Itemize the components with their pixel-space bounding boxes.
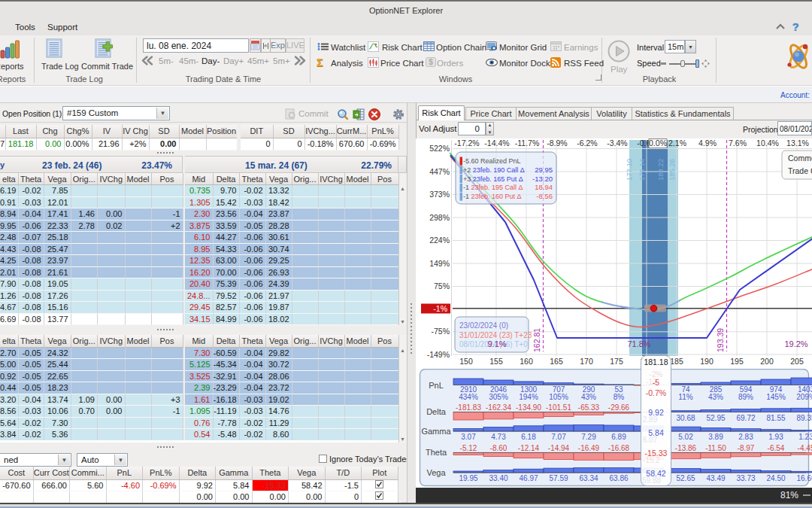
svg-text:23/02/2024 (0): 23/02/2024 (0) [459, 321, 508, 330]
svg-text:$: $ [429, 58, 433, 66]
svg-text:185.26: 185.26 [668, 159, 676, 181]
svg-text:2.1%: 2.1% [668, 138, 686, 148]
svg-text:5.02: 5.02 [678, 433, 693, 441]
svg-text:-162.34: -162.34 [486, 403, 511, 412]
svg-text:175: 175 [610, 357, 623, 366]
svg-text:-3.4%: -3.4% [607, 138, 627, 148]
svg-text:-101.51: -101.51 [546, 403, 571, 412]
svg-text:179.14: 179.14 [638, 159, 646, 181]
svg-text:-14.4%: -14.4% [484, 138, 509, 148]
svg-text:7.07: 7.07 [551, 433, 566, 441]
svg-text:298%: 298% [429, 213, 450, 222]
svg-text:-8.97: -8.97 [738, 444, 755, 452]
svg-text:89%: 89% [738, 393, 753, 401]
svg-text:6.89: 6.89 [611, 433, 626, 441]
svg-text:9.1%: 9.1% [487, 339, 506, 348]
svg-text:10.4%: 10.4% [756, 138, 779, 148]
svg-text:3.07: 3.07 [461, 433, 476, 441]
svg-text:Trade O: Trade O [788, 166, 812, 175]
svg-text:-13.86: -13.86 [675, 444, 697, 452]
svg-text:-11.50: -11.50 [705, 444, 726, 452]
svg-text:0.0%: 0.0% [649, 138, 667, 148]
svg-text:-181.83: -181.83 [456, 403, 481, 412]
svg-text:-65.33: -65.33 [578, 403, 600, 412]
svg-text:185: 185 [670, 357, 683, 366]
svg-text:373%: 373% [429, 190, 450, 199]
svg-text:+3 23feb. 165 Put Δ: +3 23feb. 165 Put Δ [463, 175, 523, 183]
svg-text:-6.2%: -6.2% [577, 138, 597, 148]
svg-text:Comme: Comme [788, 154, 812, 163]
svg-text:-8.56: -8.56 [536, 192, 553, 200]
svg-text:-16.49: -16.49 [578, 444, 600, 452]
svg-text:71.8%: 71.8% [627, 339, 650, 348]
svg-text:-11.7%: -11.7% [515, 138, 540, 148]
svg-text:63.34: 63.34 [579, 474, 598, 482]
svg-text:-149%: -149% [427, 350, 450, 359]
svg-text:3.89: 3.89 [708, 433, 723, 441]
svg-text:224%: 224% [429, 236, 450, 245]
svg-text:-1%: -1% [433, 304, 447, 313]
svg-text:81.55: 81.55 [766, 414, 785, 422]
svg-text:522%: 522% [429, 144, 450, 153]
svg-text:209%: 209% [796, 393, 812, 401]
svg-text:-6.54: -6.54 [768, 444, 785, 452]
svg-text:170: 170 [580, 357, 593, 366]
svg-text:193.39: 193.39 [716, 328, 725, 352]
svg-text:57.59: 57.59 [549, 474, 568, 482]
svg-text:-29.66: -29.66 [608, 403, 630, 412]
svg-text:43%: 43% [581, 393, 596, 401]
svg-text:-1 23feb. 195 Call Δ: -1 23feb. 195 Call Δ [463, 184, 523, 191]
svg-text:-134.90: -134.90 [516, 403, 541, 412]
svg-text:30.68: 30.68 [676, 414, 695, 422]
svg-text:1.23: 1.23 [798, 433, 812, 441]
svg-text:8%: 8% [614, 393, 625, 401]
svg-text:33.40: 33.40 [489, 474, 508, 482]
svg-text:447%: 447% [429, 167, 450, 176]
svg-text:29.95: 29.95 [535, 166, 553, 174]
svg-text:19.95: 19.95 [459, 474, 477, 482]
svg-text:13.1%: 13.1% [786, 138, 809, 148]
svg-text:52.65: 52.65 [676, 474, 695, 482]
svg-text:69.72: 69.72 [736, 414, 755, 422]
svg-text:7.29: 7.29 [581, 433, 596, 441]
svg-text:-5.12: -5.12 [460, 444, 477, 452]
svg-text:89.35: 89.35 [796, 414, 812, 422]
svg-text:155: 155 [489, 357, 503, 366]
svg-text:-14.94: -14.94 [548, 444, 570, 452]
svg-text:46.97: 46.97 [519, 474, 538, 482]
svg-text:-13.20: -13.20 [532, 175, 553, 183]
svg-text:-8.60: -8.60 [490, 444, 508, 452]
svg-text:165: 165 [550, 357, 563, 366]
svg-text:6.18: 6.18 [521, 433, 536, 441]
svg-text:150: 150 [459, 357, 473, 366]
svg-text:194%: 194% [519, 393, 538, 401]
svg-text:16.66: 16.66 [796, 474, 812, 482]
svg-text:149%: 149% [429, 259, 450, 268]
svg-text:Delta: Delta [426, 407, 447, 416]
svg-text:145%: 145% [766, 393, 786, 401]
svg-text:7.6%: 7.6% [729, 138, 747, 148]
svg-text:75%: 75% [434, 281, 450, 291]
svg-text:205: 205 [790, 357, 804, 366]
svg-text:183.22: 183.22 [656, 159, 665, 181]
svg-text:24.50: 24.50 [766, 474, 785, 482]
svg-text:43%: 43% [708, 393, 723, 401]
svg-text:19.2%: 19.2% [784, 339, 807, 348]
svg-text:Vega: Vega [426, 468, 446, 477]
svg-text:-16.68: -16.68 [608, 444, 630, 452]
svg-text:305%: 305% [489, 393, 508, 401]
svg-text:1.93: 1.93 [768, 433, 783, 441]
svg-text:195: 195 [730, 357, 744, 366]
svg-text:-4.45: -4.45 [798, 444, 812, 452]
svg-text:PnL: PnL [429, 381, 444, 390]
svg-text:4.73: 4.73 [491, 433, 506, 441]
svg-text:+2 23feb. 190 Call Δ: +2 23feb. 190 Call Δ [463, 166, 525, 174]
svg-text:434%: 434% [459, 393, 478, 401]
svg-text:-1 23feb. 160 Put Δ: -1 23feb. 160 Put Δ [463, 193, 522, 200]
svg-text:43.49: 43.49 [706, 474, 725, 482]
svg-text:162.81: 162.81 [532, 328, 541, 352]
svg-text:-8.9%: -8.9% [547, 138, 567, 148]
svg-text:4.9%: 4.9% [698, 138, 717, 148]
svg-text:33.73: 33.73 [736, 474, 755, 482]
svg-text:18.94: 18.94 [535, 183, 553, 191]
